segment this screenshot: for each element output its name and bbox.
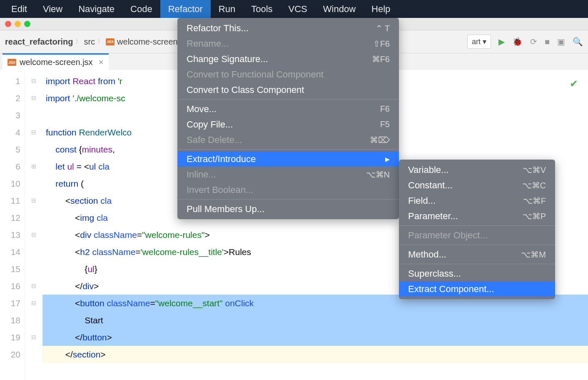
line-number: 16 (0, 278, 20, 295)
menu-item[interactable]: Method...⌥⌘M (399, 247, 555, 262)
stop-icon[interactable]: ■ (545, 37, 550, 47)
menu-vcs[interactable]: VCS (281, 0, 315, 18)
menu-item[interactable]: Copy File...F5 (177, 117, 399, 132)
fold-icon[interactable]: ⊟ (25, 90, 42, 107)
close-icon[interactable]: ✕ (98, 58, 104, 66)
line-number: 17 (0, 295, 20, 312)
menu-item[interactable]: Convert to Class Component (177, 82, 399, 98)
attach-icon[interactable]: ▣ (557, 37, 565, 47)
menu-shortcut: ⌘F6 (372, 54, 390, 64)
run-config-select[interactable]: art ▾ (467, 35, 491, 49)
window-minimize-button[interactable] (15, 21, 21, 27)
line-number: 18 (0, 312, 20, 329)
menu-item[interactable]: Change Signature...⌘F6 (177, 51, 399, 67)
menu-item-label: Parameter Object... (408, 230, 488, 241)
breadcrumb-project[interactable]: react_refactoring (5, 37, 73, 47)
menu-item-label: Convert to Functional Component (187, 69, 324, 80)
menu-code[interactable]: Code (122, 0, 160, 18)
menu-item-label: Refactor This... (187, 23, 249, 34)
line-number: 1 (0, 72, 20, 90)
menu-shortcut: ⌥⌘C (522, 180, 546, 190)
menu-separator (177, 199, 399, 200)
menu-item: Inline...⌥⌘N (177, 167, 399, 182)
menu-item[interactable]: Pull Members Up... (177, 201, 399, 217)
menu-separator (177, 149, 399, 150)
menu-run[interactable]: Run (211, 0, 243, 18)
menu-refactor[interactable]: Refactor (160, 0, 211, 18)
line-number: 3 (0, 107, 20, 124)
inspection-ok-icon[interactable]: ✔ (570, 75, 578, 92)
line-number: 5 (0, 141, 20, 158)
breadcrumb-folder[interactable]: src (84, 37, 95, 47)
menu-item-label: Pull Members Up... (187, 204, 264, 215)
menu-item-label: Field... (408, 195, 436, 206)
menu-item-label: Constant... (408, 180, 452, 191)
menu-help[interactable]: Help (364, 0, 398, 18)
extract-submenu: Variable...⌥⌘VConstant...⌥⌘CField...⌥⌘FP… (399, 160, 555, 299)
jsx-icon: JSX (7, 59, 16, 66)
window-close-button[interactable] (5, 21, 11, 27)
window-maximize-button[interactable] (24, 21, 30, 27)
line-number: 13 (0, 226, 20, 243)
menu-window[interactable]: Window (315, 0, 364, 18)
menu-item: Rename...⇧F6 (177, 36, 399, 51)
menu-item-label: Method... (408, 249, 446, 260)
menu-view[interactable]: View (35, 0, 70, 18)
menu-shortcut: ⌥⌘N (366, 170, 390, 180)
menu-item-label: Invert Boolean... (187, 185, 253, 195)
fold-icon[interactable]: ⊟ (25, 72, 42, 90)
line-number: 12 (0, 209, 20, 226)
menu-item-label: Change Signature... (187, 54, 268, 65)
line-number: 14 (0, 243, 20, 260)
menu-item[interactable]: Extract Component... (399, 281, 555, 297)
fold-icon[interactable]: ⊟ (25, 124, 42, 141)
menu-item: Safe Delete...⌘⌦ (177, 132, 399, 148)
menu-edit[interactable]: Edit (3, 0, 35, 18)
line-number: 20 (0, 346, 20, 363)
menu-shortcut: ⇧F6 (373, 39, 390, 49)
fold-icon[interactable]: ⊟ (25, 278, 42, 295)
fold-icon[interactable]: ⊟ (25, 295, 42, 312)
menu-item[interactable]: Variable...⌥⌘V (399, 162, 555, 178)
fold-gutter: ⊟ ⊟ ⊟ ⊞ ⊟ ⊟ ⊟ ⊟ ⊟ (25, 70, 42, 380)
run-config-label: art (472, 38, 481, 46)
line-number: 19 (0, 329, 20, 346)
menu-item-label: Extract Component... (408, 284, 494, 295)
menu-item: Parameter Object... (399, 228, 555, 243)
menu-separator (399, 245, 555, 245)
menubar: Edit View Navigate Code Refactor Run Too… (0, 0, 588, 18)
menu-item[interactable]: Refactor This...⌃ T (177, 20, 399, 36)
run-coverage-icon[interactable]: ⟳ (530, 37, 537, 47)
fold-icon[interactable]: ⊟ (25, 192, 42, 209)
menu-item[interactable]: Move...F6 (177, 101, 399, 117)
menu-item: Convert to Functional Component (177, 67, 399, 82)
menu-item-label: Superclass... (408, 268, 461, 279)
fold-icon[interactable]: ⊟ (25, 329, 42, 346)
fold-icon[interactable]: ⊟ (25, 226, 42, 243)
tab-label: welcome-screen.jsx (20, 58, 93, 67)
debug-icon[interactable]: 🐞 (512, 37, 523, 47)
menu-item[interactable]: Parameter...⌥⌘P (399, 208, 555, 224)
menu-item[interactable]: Constant...⌥⌘C (399, 178, 555, 193)
menu-item-label: Variable... (408, 165, 448, 175)
menu-navigate[interactable]: Navigate (70, 0, 122, 18)
play-icon[interactable]: ▶ (498, 37, 505, 47)
menu-item[interactable]: Extract/Introduce▶ (177, 151, 399, 167)
menu-shortcut: ⌥⌘M (521, 250, 546, 260)
chevron-right-icon: 〉 (75, 38, 81, 45)
submenu-arrow-icon: ▶ (385, 156, 390, 162)
menu-item-label: Safe Delete... (187, 135, 242, 145)
menu-item[interactable]: Field...⌥⌘F (399, 193, 555, 208)
menu-tools[interactable]: Tools (243, 0, 280, 18)
menu-item-label: Copy File... (187, 119, 233, 130)
menu-item-label: Parameter... (408, 211, 458, 222)
line-number: 2 (0, 90, 20, 107)
menu-item[interactable]: Superclass... (399, 266, 555, 281)
line-number: 10 (0, 175, 20, 192)
menu-item-label: Convert to Class Component (187, 85, 304, 95)
tab-welcome-screen[interactable]: JSX welcome-screen.jsx ✕ (2, 53, 109, 70)
line-gutter: 1 2 3 4 5 6 10 11 12 13 14 15 16 17 18 1… (0, 70, 25, 380)
search-icon[interactable]: 🔍 (573, 37, 583, 47)
line-number: 11 (0, 192, 20, 209)
fold-icon[interactable]: ⊞ (25, 158, 42, 175)
